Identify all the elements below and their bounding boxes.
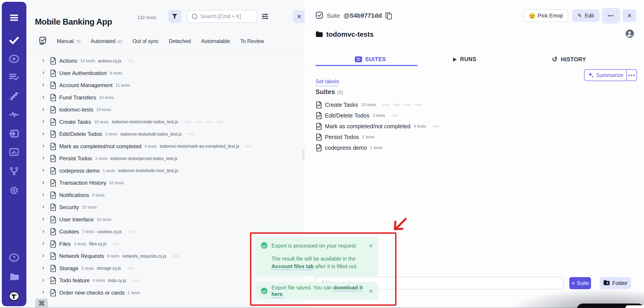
keyboard-shortcut-button[interactable]: ⌘ [35, 298, 48, 308]
tree-row[interactable]: › Persist Todos 1 tests todomvc-tests/pe… [26, 152, 305, 165]
add-folder-button[interactable]: Folder [600, 277, 631, 289]
filter-item[interactable]: Manual 70 [57, 38, 80, 44]
plans-list-check-icon[interactable] [9, 72, 19, 82]
tree-row[interactable]: › Transaction History 10 tests [26, 177, 305, 189]
tree-row[interactable]: › User Authentication 9 tests [26, 67, 305, 80]
copy-icon[interactable] [386, 12, 391, 19]
tag-pill[interactable] [206, 121, 213, 123]
tag-pill[interactable] [391, 114, 398, 117]
chevron-icon[interactable]: › [42, 191, 47, 197]
app-logo[interactable] [9, 291, 19, 301]
filter-item[interactable]: To Review [240, 38, 264, 44]
settings-gear-icon[interactable] [9, 185, 19, 196]
more-options-button[interactable]: ••• [603, 10, 618, 22]
add-suite-button[interactable]: + Suite [569, 277, 591, 289]
chevron-icon[interactable]: › [42, 228, 47, 234]
tag-pill[interactable] [404, 104, 411, 106]
chevron-icon[interactable]: › [42, 240, 47, 246]
tag-pill[interactable] [132, 279, 139, 281]
menu-icon[interactable] [9, 13, 19, 23]
tree-row[interactable]: › Cookies 7 tests cookies.cy.js [26, 226, 305, 238]
chevron-icon[interactable]: › [42, 155, 47, 161]
chevron-icon[interactable]: › [42, 216, 47, 222]
assignee-avatar[interactable] [626, 30, 634, 38]
tag-pill[interactable] [172, 255, 180, 257]
tag-pill[interactable] [127, 267, 134, 269]
account-files-tab-link[interactable]: Account files tab [272, 263, 314, 270]
filter-button[interactable] [168, 10, 181, 23]
set-labels-link[interactable]: Set labels [316, 78, 339, 86]
runs-play-icon[interactable] [9, 54, 19, 64]
help-icon[interactable]: ? [9, 252, 19, 263]
branch-icon[interactable] [9, 166, 19, 176]
chevron-icon[interactable]: › [42, 131, 47, 137]
view-settings-button[interactable] [261, 13, 269, 20]
tree-row[interactable]: › todomvc-tests 19 tests [26, 104, 305, 116]
tree-scrollbar[interactable] [302, 149, 304, 160]
projects-folder-icon[interactable] [9, 271, 19, 281]
tag-pill[interactable] [128, 230, 135, 233]
tag-pill[interactable] [245, 145, 252, 148]
summarize-button[interactable]: Summarize ●●● [584, 69, 637, 81]
tag-pill[interactable] [382, 104, 390, 106]
tag-pill[interactable] [216, 121, 224, 123]
filter-item[interactable]: Automatable [201, 38, 230, 44]
tests-check-icon[interactable] [9, 35, 19, 46]
chevron-icon[interactable]: › [42, 118, 47, 124]
import-icon[interactable] [9, 129, 19, 139]
chevron-icon[interactable]: › [42, 57, 47, 63]
filter-item[interactable]: Out of sync [132, 38, 158, 44]
pulse-analytics-icon[interactable] [9, 109, 19, 120]
tag-pill[interactable] [184, 121, 192, 123]
tree-row[interactable]: › User Interface 10 tests [26, 213, 305, 226]
chevron-icon[interactable]: › [42, 82, 47, 88]
tab-suites[interactable]: SUITES [355, 56, 386, 63]
tree-row[interactable]: › Notifications 9 tests [26, 189, 305, 201]
tree-row[interactable]: › codepress demo 1 tests todomvc-tests/t… [26, 165, 305, 177]
toast-close-icon[interactable]: × [369, 287, 373, 294]
filter-item[interactable]: Automated 62 [91, 38, 122, 44]
tree-row[interactable]: › Mark as completed/not completed 4 test… [26, 140, 305, 153]
tab-history[interactable]: ↺ HISTORY [552, 56, 586, 63]
chevron-icon[interactable]: › [42, 167, 47, 173]
filter-item[interactable]: Detached [169, 38, 191, 44]
suite-list-item[interactable]: Mark as completed/not completed 4 tests [316, 121, 628, 132]
chevron-icon[interactable]: › [42, 69, 47, 75]
tree-row[interactable]: › Security 10 tests [26, 201, 305, 213]
tree-row[interactable]: › Actions 14 tests actions.cy.js [26, 55, 305, 67]
tag-pill[interactable] [393, 104, 400, 106]
tag-pill[interactable] [195, 121, 202, 123]
tag-pill[interactable] [432, 125, 440, 127]
tag-pill[interactable] [414, 104, 422, 106]
chevron-icon[interactable]: › [42, 106, 47, 112]
toast-close-icon[interactable]: × [369, 242, 373, 249]
chevron-icon[interactable]: › [42, 179, 47, 185]
chevron-icon[interactable]: › [42, 143, 47, 149]
chevron-icon[interactable]: › [42, 252, 47, 258]
reports-chart-icon[interactable] [9, 147, 19, 157]
select-tests-icon[interactable] [39, 37, 46, 46]
tag-pill[interactable] [188, 133, 195, 135]
tab-runs[interactable]: ▶ RUNS [453, 56, 476, 63]
suite-list-item[interactable]: codepress demo 1 tests [316, 142, 628, 153]
summarize-more-icon[interactable]: ●●● [627, 73, 636, 77]
milestones-steps-icon[interactable] [9, 91, 19, 101]
close-panel-button[interactable]: × [293, 10, 306, 23]
tag-pill[interactable] [112, 243, 120, 245]
search-input[interactable] [200, 13, 253, 20]
chevron-icon[interactable]: › [42, 94, 47, 100]
chevron-icon[interactable]: › [42, 264, 47, 271]
chevron-icon[interactable]: › [42, 277, 47, 283]
tree-row[interactable]: › Fund Transfers 10 tests [26, 92, 305, 104]
pick-emoji-button[interactable]: Pick Emoji [524, 10, 568, 22]
tree-row[interactable]: › Create Tasks 10 tests todomvc-tests/cr… [26, 116, 305, 128]
chevron-icon[interactable]: › [42, 289, 47, 295]
suite-list-item[interactable]: Persist Todos 1 tests [316, 132, 628, 142]
search-box[interactable] [188, 10, 257, 23]
suite-list-item[interactable]: Edit/Delete Todos 3 tests [316, 110, 628, 121]
tree-row[interactable]: › Account Management 11 tests [26, 79, 305, 92]
edit-button[interactable]: ✎ Edit [572, 10, 599, 22]
close-detail-button[interactable]: × [622, 10, 636, 22]
chevron-icon[interactable]: › [42, 204, 47, 210]
suite-list-item[interactable]: Create Tasks 10 tests [316, 99, 628, 110]
